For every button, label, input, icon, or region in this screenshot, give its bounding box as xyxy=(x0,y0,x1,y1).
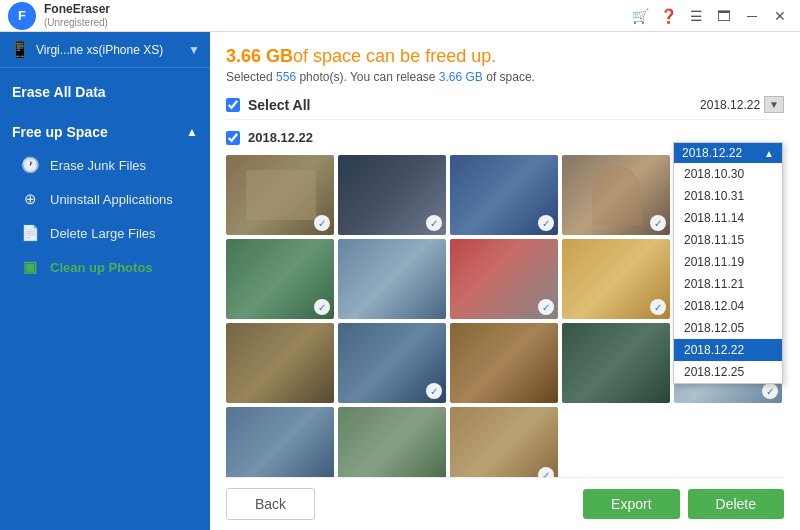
sidebar-item-junk-label: Erase Junk Files xyxy=(50,158,146,173)
menu-icon-button[interactable]: ☰ xyxy=(684,4,708,28)
sidebar-item-apps-label: Uninstall Applications xyxy=(50,192,173,207)
date-dropdown-button[interactable]: ▼ xyxy=(764,96,784,113)
subtitle-mid: photo(s). You can release xyxy=(296,70,439,84)
dropdown-item-8[interactable]: 2018.12.22 xyxy=(674,339,782,361)
sidebar-item-photos-label: Clean up Photos xyxy=(50,260,153,275)
photo-thumb[interactable]: ✓ xyxy=(338,323,446,403)
bottom-right-buttons: Export Delete xyxy=(583,489,784,519)
sidebar-group-header[interactable]: Free up Space ▲ xyxy=(0,116,210,148)
device-name: Virgi...ne xs(iPhone XS) xyxy=(36,43,182,57)
title-suffix: of space can be freed up. xyxy=(293,46,496,66)
sidebar-group-free-space: Free up Space ▲ 🕐 Erase Junk Files ⊕ Uni… xyxy=(0,116,210,284)
app-logo: F xyxy=(8,2,36,30)
sidebar-item-apps[interactable]: ⊕ Uninstall Applications xyxy=(0,182,210,216)
photo-thumb[interactable] xyxy=(226,323,334,403)
subtitle-size: 3.66 GB xyxy=(439,70,483,84)
photo-thumb[interactable] xyxy=(338,239,446,319)
bottom-bar: Back Export Delete xyxy=(226,477,784,530)
photo-check-15: ✓ xyxy=(762,383,778,399)
sidebar-item-large-files[interactable]: 📄 Delete Large Files xyxy=(0,216,210,250)
apps-icon: ⊕ xyxy=(20,190,40,208)
select-all-label[interactable]: Select All xyxy=(248,97,311,113)
chevron-down-icon: ▼ xyxy=(188,43,200,57)
select-all-checkbox[interactable] xyxy=(226,98,240,112)
title-bar: F FoneEraser (Unregistered) 🛒 ❓ ☰ 🗖 ─ ✕ xyxy=(0,0,800,32)
device-selector[interactable]: 📱 Virgi...ne xs(iPhone XS) ▼ xyxy=(0,32,210,68)
close-icon-button[interactable]: ✕ xyxy=(768,4,792,28)
photo-thumb[interactable]: ✓ xyxy=(226,155,334,235)
dropdown-item-7[interactable]: 2018.12.05 xyxy=(674,317,782,339)
clock-icon: 🕐 xyxy=(20,156,40,174)
date-dropdown[interactable]: 2018.12.22 ▲ 2018.10.30 2018.10.31 2018.… xyxy=(673,142,783,384)
sidebar-group-label: Free up Space xyxy=(12,124,108,140)
sidebar-item-large-files-label: Delete Large Files xyxy=(50,226,156,241)
help-icon-button[interactable]: ❓ xyxy=(656,4,680,28)
content-subtitle: Selected 556 photo(s). You can release 3… xyxy=(226,70,784,84)
photo-check-6: ✓ xyxy=(314,299,330,315)
dropdown-item-9[interactable]: 2018.12.25 xyxy=(674,361,782,383)
dropdown-item-2[interactable]: 2018.11.14 xyxy=(674,207,782,229)
sidebar-item-photos[interactable]: ▣ Clean up Photos xyxy=(0,250,210,284)
title-bar-controls: 🛒 ❓ ☰ 🗖 ─ ✕ xyxy=(628,4,792,28)
photo-thumb[interactable]: ✓ xyxy=(562,239,670,319)
select-all-bar: Select All 2018.12.22 ▼ xyxy=(226,90,784,120)
photo-count: 556 xyxy=(276,70,296,84)
dropdown-item-1[interactable]: 2018.10.31 xyxy=(674,185,782,207)
photo-check-4: ✓ xyxy=(650,215,666,231)
back-button[interactable]: Back xyxy=(226,488,315,520)
sidebar-item-junk[interactable]: 🕐 Erase Junk Files xyxy=(0,148,210,182)
dropdown-item-5[interactable]: 2018.11.21 xyxy=(674,273,782,295)
content-area: 3.66 GBof space can be freed up. Selecte… xyxy=(210,32,800,530)
photo-check-8: ✓ xyxy=(538,299,554,315)
photos-icon: ▣ xyxy=(20,258,40,276)
dropdown-item-0[interactable]: 2018.10.30 xyxy=(674,163,782,185)
photo-thumb[interactable]: ✓ xyxy=(450,239,558,319)
photo-check-12: ✓ xyxy=(426,383,442,399)
content-header: 3.66 GBof space can be freed up. Selecte… xyxy=(226,46,784,84)
photo-thumb[interactable]: ✓ xyxy=(562,155,670,235)
photo-thumb[interactable]: ✓ xyxy=(338,155,446,235)
device-icon: 📱 xyxy=(10,40,30,59)
date-filter-label: 2018.12.22 xyxy=(700,98,760,112)
date-label: 2018.12.22 xyxy=(248,130,313,145)
photo-thumb[interactable]: ✓ xyxy=(450,155,558,235)
photo-check-1: ✓ xyxy=(314,215,330,231)
sidebar-section-main: Erase All Data xyxy=(0,68,210,116)
main-layout: 📱 Virgi...ne xs(iPhone XS) ▼ Erase All D… xyxy=(0,32,800,530)
photo-thumb[interactable]: ✓ xyxy=(226,239,334,319)
space-size: 3.66 GB xyxy=(226,46,293,66)
content-title: 3.66 GBof space can be freed up. xyxy=(226,46,784,67)
subtitle-prefix: Selected xyxy=(226,70,276,84)
restore-icon-button[interactable]: 🗖 xyxy=(712,4,736,28)
dropdown-item-4[interactable]: 2018.11.19 xyxy=(674,251,782,273)
photo-check-18: ✓ xyxy=(538,467,554,477)
photo-check-9: ✓ xyxy=(650,299,666,315)
photo-check-3: ✓ xyxy=(538,215,554,231)
subtitle-suffix: of space. xyxy=(483,70,535,84)
title-bar-left: F FoneEraser (Unregistered) xyxy=(8,2,110,30)
sidebar-item-erase-all[interactable]: Erase All Data xyxy=(0,76,210,108)
photo-thumb[interactable]: ✓ xyxy=(450,407,558,477)
export-button[interactable]: Export xyxy=(583,489,679,519)
dropdown-header-label: 2018.12.22 xyxy=(682,146,764,160)
file-icon: 📄 xyxy=(20,224,40,242)
date-group-checkbox[interactable] xyxy=(226,131,240,145)
dropdown-scroll-indicator: ▲ xyxy=(764,148,774,159)
photo-thumb[interactable] xyxy=(226,407,334,477)
minimize-icon-button[interactable]: ─ xyxy=(740,4,764,28)
app-title: FoneEraser (Unregistered) xyxy=(44,2,110,28)
photo-thumb[interactable] xyxy=(338,407,446,477)
chevron-up-icon: ▲ xyxy=(186,125,198,139)
photo-thumb[interactable] xyxy=(562,323,670,403)
cart-icon-button[interactable]: 🛒 xyxy=(628,4,652,28)
photo-thumb[interactable] xyxy=(450,323,558,403)
dropdown-item-3[interactable]: 2018.11.15 xyxy=(674,229,782,251)
delete-button[interactable]: Delete xyxy=(688,489,784,519)
dropdown-item-6[interactable]: 2018.12.04 xyxy=(674,295,782,317)
sidebar: 📱 Virgi...ne xs(iPhone XS) ▼ Erase All D… xyxy=(0,32,210,530)
photo-check-2: ✓ xyxy=(426,215,442,231)
